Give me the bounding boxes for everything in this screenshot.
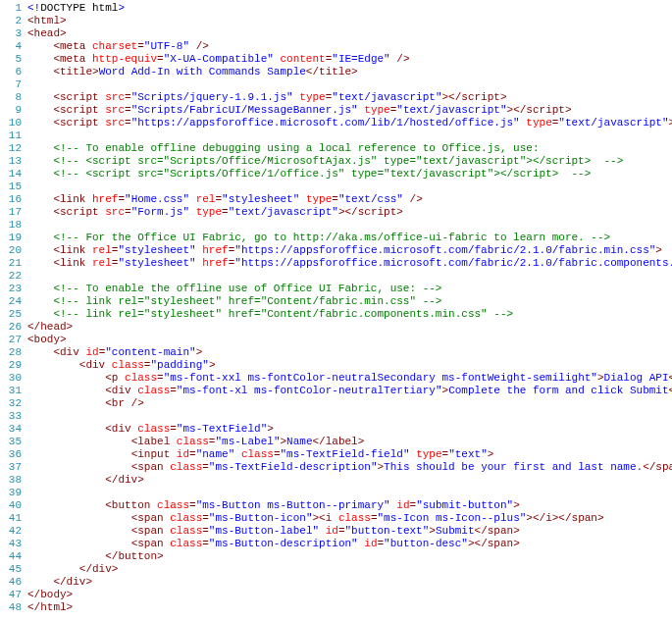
code-line[interactable]: <!-- link rel="stylesheet" href="Content…: [27, 308, 672, 321]
code-line[interactable]: <script src="Scripts/jquery-1.9.1.js" ty…: [27, 91, 672, 104]
code-line[interactable]: </button>: [27, 550, 672, 563]
token: <div: [105, 423, 137, 435]
token: type: [364, 104, 389, 116]
token: "text/javascript": [332, 91, 441, 103]
line-number: 28: [4, 346, 22, 359]
code-area[interactable]: <!DOCTYPE html><html><head> <meta charse…: [27, 0, 672, 616]
token: =: [125, 104, 131, 116]
code-line[interactable]: [27, 129, 672, 142]
code-line[interactable]: <button class="ms-Button ms-Button--prim…: [27, 499, 672, 512]
code-line[interactable]: </html>: [27, 601, 672, 614]
code-line[interactable]: <meta charset="UTF-8" />: [27, 40, 672, 53]
code-line[interactable]: <label class="ms-Label">Name</label>: [27, 436, 672, 448]
code-line[interactable]: <span class="ms-Button-description" id="…: [27, 538, 672, 550]
token: "Scripts/jquery-1.9.1.js": [131, 91, 293, 103]
code-line[interactable]: <meta http-equiv="X-UA-Compatible" conte…: [27, 53, 672, 66]
code-line[interactable]: <!-- <script src="Scripts/Office/Microso…: [27, 155, 672, 168]
line-number: 8: [4, 91, 22, 104]
code-line[interactable]: [27, 487, 672, 499]
code-line[interactable]: <body>: [27, 334, 672, 346]
code-line[interactable]: <span class="ms-Button-icon"><i class="m…: [27, 512, 672, 525]
code-editor[interactable]: 1234567891011121314151617181920212223242…: [0, 0, 672, 616]
code-line[interactable]: <div id="content-main">: [27, 346, 672, 359]
token: </span>: [475, 525, 520, 537]
code-line[interactable]: <div class="padding">: [27, 359, 672, 372]
token: "ms-TextField-field": [281, 448, 410, 460]
token: src: [105, 91, 125, 103]
code-line[interactable]: [27, 410, 672, 423]
token: >: [488, 448, 494, 460]
token: [189, 206, 196, 218]
code-line[interactable]: <span class="ms-Button-label" id="button…: [27, 525, 672, 538]
token: </span>: [643, 461, 672, 473]
token: "stylesheet": [222, 193, 299, 205]
code-line[interactable]: <html>: [27, 15, 672, 27]
token: </button>: [105, 550, 163, 562]
token: "ms-Button-description": [209, 538, 358, 549]
code-line[interactable]: <script src="Form.js" type="text/javascr…: [27, 206, 672, 219]
token: ></script>: [442, 91, 507, 103]
token: src: [105, 117, 125, 129]
code-line[interactable]: <link rel="stylesheet" href="https://app…: [27, 244, 672, 257]
token: <meta: [53, 40, 92, 52]
line-number: 41: [4, 512, 22, 525]
token: "ms-TextField": [177, 423, 267, 435]
code-line[interactable]: </div>: [27, 576, 672, 589]
token: </p>: [669, 372, 672, 384]
code-line[interactable]: [27, 78, 672, 91]
code-line[interactable]: </div>: [27, 563, 672, 576]
code-line[interactable]: <script src="https://appsforoffice.micro…: [27, 117, 672, 129]
token: "IE=Edge": [332, 53, 389, 65]
token: =: [189, 448, 196, 460]
token: type: [416, 448, 441, 460]
code-line[interactable]: [27, 219, 672, 232]
line-number: 46: [4, 576, 22, 589]
line-number: 48: [4, 601, 22, 614]
token: <script: [53, 91, 105, 103]
line-number: 25: [4, 308, 22, 321]
token: [299, 193, 306, 205]
token: =: [202, 461, 209, 473]
code-line[interactable]: <!-- <script src="Scripts/Office/1/offic…: [27, 168, 672, 181]
token: id: [396, 499, 409, 511]
code-line[interactable]: [27, 270, 672, 283]
code-line[interactable]: </body>: [27, 589, 672, 601]
code-line[interactable]: <link rel="stylesheet" href="https://app…: [27, 257, 672, 270]
code-line[interactable]: <!-- To enable the offline use of Office…: [27, 283, 672, 295]
token: "https://appsforoffice.microsoft.com/lib…: [131, 117, 520, 129]
code-line[interactable]: <p class="ms-font-xxl ms-fontColor-neutr…: [27, 372, 672, 385]
line-number: 29: [4, 359, 22, 372]
line-number: 35: [4, 436, 22, 448]
code-line[interactable]: <div class="ms-TextField">: [27, 423, 672, 436]
code-line[interactable]: <!DOCTYPE html>: [27, 2, 672, 15]
code-line[interactable]: <!-- link rel="stylesheet" href="Content…: [27, 295, 672, 308]
code-line[interactable]: <input id="name" class="ms-TextField-fie…: [27, 448, 672, 461]
token: =: [338, 525, 345, 537]
line-number: 44: [4, 550, 22, 563]
token: ></i></span>: [526, 512, 603, 524]
code-line[interactable]: <!-- For the Office UI Fabric, go to htt…: [27, 232, 672, 244]
line-number: 14: [4, 168, 22, 181]
code-line[interactable]: <script src="Scripts/FabricUI/MessageBan…: [27, 104, 672, 117]
code-line[interactable]: <link href="Home.css" rel="stylesheet" t…: [27, 193, 672, 206]
token: "ms-Label": [215, 436, 280, 447]
line-number: 20: [4, 244, 22, 257]
code-line[interactable]: <span class="ms-TextField-description">T…: [27, 461, 672, 474]
token: ></script>: [338, 206, 403, 218]
code-line[interactable]: <br />: [27, 397, 672, 410]
token: =: [157, 53, 164, 65]
code-line[interactable]: </head>: [27, 321, 672, 334]
code-line[interactable]: <div class="ms-font-xl ms-fontColor-neut…: [27, 385, 672, 397]
code-line[interactable]: <title>Word Add-In with Commands Sample<…: [27, 66, 672, 78]
code-line[interactable]: <head>: [27, 27, 672, 40]
token: class: [170, 461, 202, 473]
token: class: [170, 512, 202, 524]
token: "https://appsforoffice.microsoft.com/fab…: [234, 244, 655, 256]
token: rel: [196, 193, 216, 205]
token: <div: [105, 385, 137, 396]
code-line[interactable]: <!-- To enable offline debugging using a…: [27, 142, 672, 155]
code-line[interactable]: [27, 181, 672, 193]
code-line[interactable]: </div>: [27, 474, 672, 487]
token: "stylesheet": [118, 257, 195, 269]
token: class: [177, 436, 209, 447]
